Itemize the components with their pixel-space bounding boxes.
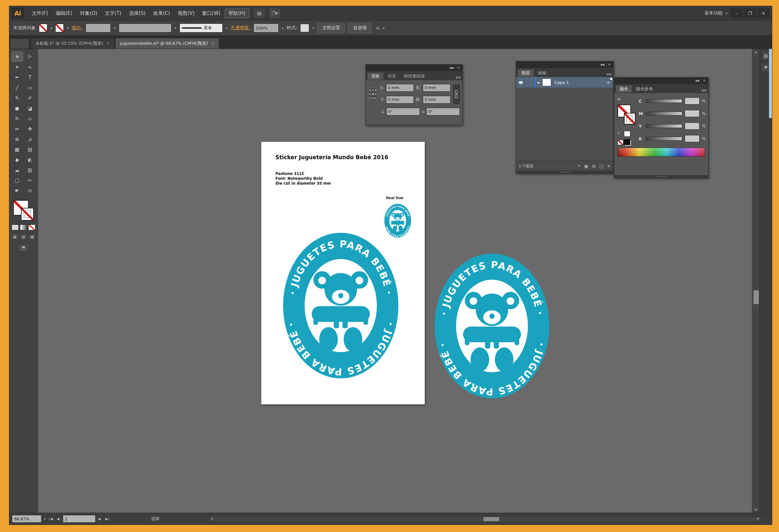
horizontal-scrollbar[interactable]: ◀ ▶ <box>209 516 761 522</box>
menu-object[interactable]: 对象(O) <box>77 9 101 18</box>
color-button[interactable] <box>12 224 19 230</box>
mesh-tool[interactable]: ▦ <box>12 145 22 154</box>
artboard-number-field[interactable]: 1▾ <box>63 515 96 523</box>
minimize-button[interactable]: – <box>731 9 742 18</box>
panel-tab-变换[interactable]: 变换 <box>367 72 384 80</box>
none-button[interactable] <box>28 224 36 230</box>
slider-value-field[interactable] <box>685 135 700 142</box>
variable-width-profile[interactable]: 基本 <box>180 23 223 32</box>
magic-wand-tool[interactable]: ✶ <box>12 62 22 72</box>
none-swatch[interactable] <box>617 140 623 145</box>
panel-resize-grip[interactable] <box>614 175 708 178</box>
rectangle-tool[interactable]: ▭ <box>24 83 36 93</box>
selection-tool[interactable]: ➤ <box>12 52 23 62</box>
close-button[interactable]: ✕ <box>758 9 769 18</box>
slider-track[interactable] <box>646 99 682 103</box>
collapse-icon[interactable]: ▪▪ <box>695 79 700 82</box>
panel-tab-路径查找器[interactable]: 路径查找器 <box>400 72 429 80</box>
pen-tool[interactable]: ✒ <box>12 73 22 82</box>
color-stroke-swatch[interactable] <box>624 113 636 125</box>
first-artboard-icon[interactable]: |◀ <box>48 517 53 521</box>
artboard[interactable]: Sticker Juguetería Mundo Bebé 2016 Panto… <box>261 142 425 404</box>
panel-close-icon[interactable]: ✕ <box>457 66 460 69</box>
draw-normal-button[interactable]: ▣ <box>11 234 19 240</box>
symbol-sprayer-tool[interactable]: ☁ <box>12 165 22 175</box>
zoom-caret-icon[interactable]: ▾ <box>44 517 46 521</box>
brush-definition-field[interactable] <box>119 23 172 32</box>
blob-brush-tool[interactable]: ● <box>12 104 22 113</box>
slider-track[interactable] <box>646 137 682 141</box>
artboard-tool[interactable]: ▢ <box>12 176 22 185</box>
scroll-up-icon[interactable]: ▲ <box>752 49 759 55</box>
menu-edit[interactable]: 编辑(E) <box>52 9 75 18</box>
tab-close-icon[interactable]: × <box>107 41 110 46</box>
blend-tool[interactable]: ◐ <box>24 155 36 165</box>
pencil-tool[interactable]: ✐ <box>24 93 36 103</box>
gradient-tool[interactable]: ▤ <box>24 145 36 154</box>
height-field[interactable]: 0 mm <box>423 96 451 104</box>
profile-caret-icon[interactable]: ▾ <box>226 26 228 30</box>
style-swatch[interactable] <box>300 24 309 32</box>
disclosure-triangle-icon[interactable]: ▶ <box>538 81 540 84</box>
zoom-tool[interactable]: ⊙ <box>24 186 36 196</box>
panel-tab-对齐[interactable]: 对齐 <box>384 72 400 80</box>
menu-effect[interactable]: 效果(C) <box>150 9 173 18</box>
control-panel-menu-icon[interactable]: ≡ <box>376 25 380 30</box>
prev-artboard-icon[interactable]: ◀ <box>56 517 60 521</box>
perspective-grid-tool[interactable]: ⊿ <box>24 134 36 144</box>
menu-view[interactable]: 视图(V) <box>174 9 197 18</box>
panel-menu-icon[interactable]: ≡▾ <box>455 75 461 80</box>
tab-close-icon[interactable]: × <box>211 41 214 46</box>
lasso-tool[interactable]: ∿ <box>24 62 36 72</box>
control-panel-caret-icon[interactable]: ▾ <box>383 26 384 30</box>
panel-menu-icon[interactable]: ≡▾ <box>606 72 611 77</box>
panel-tab-画板[interactable]: 画板 <box>534 69 550 77</box>
document-layout-icon[interactable]: ❒▾ <box>269 9 280 18</box>
delete-layer-icon[interactable]: ✕ <box>607 164 611 169</box>
color-spectrum-bar[interactable] <box>617 148 705 157</box>
free-transform-tool[interactable]: ✥ <box>24 124 36 134</box>
workspace-switcher[interactable]: 基本功能 <box>704 10 722 16</box>
arrange-documents-icon[interactable]: ▤ <box>254 9 264 18</box>
fill-caret-icon[interactable]: ▾ <box>51 26 52 30</box>
slider-track[interactable] <box>646 124 682 128</box>
toolbox-dock-grip[interactable] <box>10 39 29 49</box>
style-caret-icon[interactable]: ▾ <box>312 26 314 30</box>
scroll-right-icon[interactable]: ▶ <box>757 517 759 520</box>
stroke-width-caret-icon[interactable]: ▾ <box>114 26 116 30</box>
scroll-left-icon[interactable]: ◀ <box>211 517 213 520</box>
line-tool[interactable]: ╱ <box>12 83 22 93</box>
opacity-field[interactable]: 100% <box>253 23 279 32</box>
reference-point-locator[interactable] <box>368 88 377 101</box>
opacity-caret-icon[interactable]: ▾ <box>282 26 284 30</box>
stroke-caret-icon[interactable]: ▾ <box>67 26 68 30</box>
lock-toggle[interactable] <box>526 77 534 88</box>
slice-tool[interactable]: ✂ <box>24 176 36 185</box>
document-setup-button[interactable]: 文档设置 <box>317 23 345 33</box>
menu-file[interactable]: 文件(F) <box>28 9 51 18</box>
toolbox-stroke-swatch[interactable] <box>21 208 34 221</box>
draw-inside-button[interactable]: ▩ <box>28 234 36 240</box>
last-artboard-icon[interactable]: ▶| <box>105 517 110 521</box>
new-sublayer-icon[interactable]: ⊞ <box>592 164 596 169</box>
stroke-link[interactable]: 描边: <box>72 25 82 31</box>
document-tab-2[interactable]: jugueteriabebe.ai* @ 66.67% (CMYK/预览)× <box>115 38 219 49</box>
horizontal-scroll-thumb[interactable] <box>483 517 499 521</box>
black-swatch[interactable] <box>624 139 631 145</box>
visibility-toggle[interactable] <box>516 77 526 88</box>
eyedropper-tool[interactable]: ◆ <box>12 155 22 165</box>
draw-behind-button[interactable]: ▨ <box>20 234 27 240</box>
white-swatch[interactable] <box>624 131 631 137</box>
width-tool[interactable]: ↭ <box>12 124 22 134</box>
panel-close-icon[interactable]: ✕ <box>608 63 611 66</box>
sticker-large-artboard[interactable]: · JUGUETES PARA BEBÉ ·· JUGUETES PARA BE… <box>283 232 399 379</box>
menu-window[interactable]: 窗口(W) <box>199 9 224 18</box>
constrain-proportions-icon[interactable] <box>453 85 460 104</box>
panel-resize-grip[interactable] <box>516 171 613 173</box>
eraser-tool[interactable]: ◪ <box>24 104 36 113</box>
screen-mode-button[interactable]: ⬒ <box>18 244 28 252</box>
slider-value-field[interactable] <box>685 110 700 117</box>
menu-help[interactable]: 帮助(H) <box>225 9 249 18</box>
rotate-tool[interactable]: ↻ <box>12 114 22 124</box>
paintbrush-tool[interactable]: ✎ <box>12 93 22 103</box>
